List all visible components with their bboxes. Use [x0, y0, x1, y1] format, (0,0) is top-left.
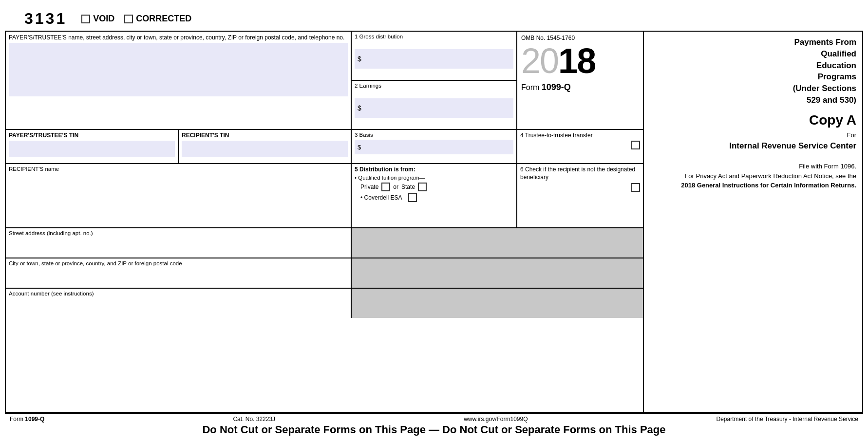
omb-section: OMB No. 1545-1760 2018 Form 1099-Q: [517, 32, 643, 129]
title-line3: Education: [816, 61, 856, 70]
earnings-field: 2 Earnings $: [352, 81, 516, 129]
street-box: Street address (including apt. no.): [6, 228, 352, 258]
earnings-dollar: $: [358, 104, 361, 112]
right-panel-title: Payments From Qualified Education Progra…: [650, 37, 856, 106]
gross-label: 1 Gross distribution: [355, 34, 513, 39]
dist-coverdell-checkbox[interactable]: [408, 193, 417, 202]
bottom-bar: Form 1099-Q Cat. No. 32223J www.irs.gov/…: [5, 413, 863, 437]
void-checkbox[interactable]: [81, 15, 90, 23]
dist-state-label: State: [401, 184, 415, 190]
payer-tin-input[interactable]: [9, 141, 175, 157]
earnings-label: 2 Earnings: [355, 83, 513, 89]
earnings-input[interactable]: $: [355, 98, 513, 118]
basis-field: 3 Basis $: [352, 130, 517, 163]
shaded-area-street: [352, 228, 643, 258]
year-light: 20: [521, 41, 558, 80]
check-not-beneficiary-field: 6 Check if the recipient is not the desi…: [517, 164, 643, 227]
check-not-checkbox[interactable]: [631, 183, 640, 192]
form-name-display: Form 1099-Q: [521, 82, 571, 92]
file-info: File with Form 1096.: [650, 162, 856, 171]
dist-private-label: Private: [360, 184, 378, 190]
dist-or-label: or: [393, 184, 398, 190]
account-label: Account number (see instructions): [9, 291, 348, 296]
dist-private-checkbox[interactable]: [381, 183, 390, 191]
corrected-checkbox[interactable]: [124, 15, 133, 23]
payer-input-area[interactable]: [9, 43, 348, 96]
shaded-area-account: [352, 289, 643, 318]
general-inst: 2018 General Instructions for Certain In…: [650, 181, 856, 190]
trustee-field: 4 Trustee-to-trustee transfer: [517, 130, 643, 163]
city-label: City or town, state or province, country…: [9, 260, 348, 266]
distribution-field: 5 Distribution is from: • Qualified tuit…: [352, 164, 517, 227]
city-box: City or town, state or province, country…: [6, 258, 352, 288]
recipient-name-label: RECIPIENT'S name: [9, 166, 348, 172]
copy-a-section: Copy A For Internal Revenue Service Cent…: [650, 110, 856, 190]
basis-label: 3 Basis: [355, 132, 513, 138]
bottom-form-label: Form 1099-Q: [10, 416, 44, 423]
dist-coverdell-label: • Coverdell ESA: [360, 194, 402, 201]
corrected-checkbox-item[interactable]: CORRECTED: [124, 14, 191, 24]
shaded-area-city: [352, 258, 643, 288]
payer-tin-box: PAYER'S/TRUSTEE'S TIN: [6, 130, 179, 163]
recipient-name-box: RECIPIENT'S name: [6, 164, 352, 227]
title-line1: Payments From: [794, 37, 856, 47]
copy-a-label: Copy A: [650, 110, 856, 130]
year-bold: 18: [558, 41, 595, 80]
dist-state-checkbox[interactable]: [418, 183, 427, 191]
do-not-cut-label: Do Not Cut or Separate Forms on This Pag…: [10, 424, 858, 436]
corrected-label: CORRECTED: [136, 14, 191, 24]
form-label: Form: [521, 83, 539, 92]
gross-distribution-field: 1 Gross distribution $: [352, 32, 516, 81]
street-label: Street address (including apt. no.): [9, 230, 348, 236]
dist-qualified-label: • Qualified tuition program—: [355, 175, 513, 181]
title-line2: Qualified: [821, 49, 856, 58]
basis-input[interactable]: $: [355, 140, 513, 154]
account-box: Account number (see instructions): [6, 289, 352, 318]
trustee-label: 4 Trustee-to-trustee transfer: [520, 132, 640, 139]
form-number-top: 3131: [24, 10, 67, 28]
bottom-form-name: 1099-Q: [25, 416, 44, 423]
bottom-website: www.irs.gov/Form1099Q: [464, 416, 528, 423]
recipient-tin-input[interactable]: [182, 141, 348, 157]
privacy-text: For Privacy Act and Paperwork Reduction …: [650, 171, 856, 181]
year-display: 2018: [521, 43, 595, 78]
void-label: VOID: [93, 14, 114, 24]
omb-number: OMB No. 1545-1760: [521, 35, 575, 41]
payer-box: PAYER'S/TRUSTEE'S name, street address, …: [6, 32, 352, 129]
title-line5: (Under Sections: [793, 84, 856, 93]
title-line4: Programs: [818, 72, 856, 81]
bottom-dept: Department of the Treasury - Internal Re…: [717, 416, 858, 423]
payer-tin-label: PAYER'S/TRUSTEE'S TIN: [9, 132, 175, 139]
for-label: For: [650, 130, 856, 140]
distribution-label: 5 Distribution is from:: [355, 166, 513, 173]
irs-label: Internal Revenue Service Center: [650, 140, 856, 152]
basis-dollar: $: [358, 144, 361, 151]
right-panel: Payments From Qualified Education Progra…: [644, 32, 862, 412]
recipient-tin-box: RECIPIENT'S TIN: [179, 130, 352, 163]
void-checkbox-item[interactable]: VOID: [81, 14, 114, 24]
bottom-cat: Cat. No. 32223J: [233, 416, 275, 423]
trustee-checkbox[interactable]: [631, 141, 640, 149]
gross-dollar: $: [358, 55, 361, 63]
check-not-label: 6 Check if the recipient is not the desi…: [520, 166, 640, 181]
form-name-bold: 1099-Q: [542, 82, 571, 92]
payer-label: PAYER'S/TRUSTEE'S name, street address, …: [9, 34, 348, 41]
gross-input[interactable]: $: [355, 49, 513, 69]
title-line6: 529 and 530): [807, 95, 856, 105]
recipient-tin-label: RECIPIENT'S TIN: [182, 132, 348, 139]
